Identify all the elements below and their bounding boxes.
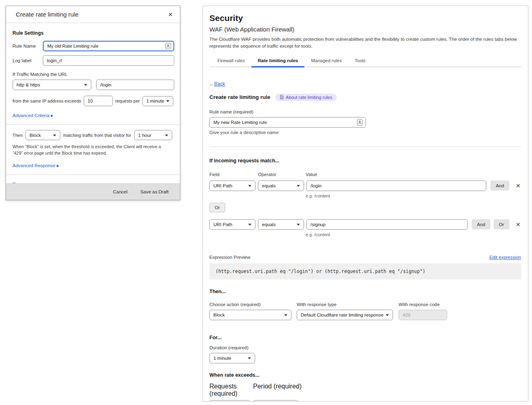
advanced-criteria-link[interactable]: Advanced Criteria▶ [13, 113, 53, 118]
chevron-down-icon [297, 185, 300, 187]
log-label-input[interactable] [43, 55, 174, 66]
period-label: Period (required) [253, 383, 302, 397]
page-subtitle: WAF (Web Application Firewall) [209, 26, 521, 33]
response-type-label: With response type [297, 302, 399, 307]
form-title: Create rate limiting rule [209, 94, 270, 100]
rule-name-label: Rule name (required) [209, 109, 521, 114]
advanced-response-link[interactable]: Advanced Response▶ [13, 163, 59, 168]
tab-managed-rules[interactable]: Managed rules [304, 57, 348, 67]
field-select[interactable]: URI Path [209, 219, 255, 230]
waf-tabs: Firewall rules Rate limiting rules Manag… [209, 57, 521, 67]
requests-label: Requests (required) [209, 383, 253, 397]
document-icon [280, 95, 284, 99]
threshold-requests-input[interactable] [84, 96, 113, 106]
value-label: Value [306, 172, 317, 177]
chevron-down-icon [165, 134, 168, 136]
block-duration-select[interactable]: 1 hour [134, 130, 172, 140]
rule-name-label: Rule Name [13, 44, 43, 48]
security-waf-panel: Security WAF (Web Application Firewall) … [203, 6, 528, 402]
chevron-down-icon [297, 224, 300, 226]
rate-heading: When rate exceeds... [209, 372, 521, 378]
field-label: Field [209, 172, 220, 177]
expression-preview-code: (http.request.uri.path eq "/login") or (… [209, 263, 521, 279]
expand-right-icon: ▶ [51, 114, 53, 118]
back-link[interactable]: ←Back [209, 81, 225, 87]
rule-name-input[interactable] [209, 117, 366, 128]
threshold-middle: requests per [115, 99, 140, 103]
url-input[interactable] [96, 80, 174, 90]
condition-row: URI Path equals And × [209, 180, 521, 191]
create-rate-limiting-rule-dialog: Create rate limiting rule × Rule Setting… [6, 6, 180, 200]
tab-firewall-rules[interactable]: Firewall rules [211, 57, 251, 67]
back-arrow-icon: ← [209, 81, 214, 87]
condition-row: URI Path equals And Or × [209, 219, 521, 230]
value-hint: e.g. /content [306, 232, 521, 237]
duration-select[interactable]: 1 minute [209, 353, 255, 363]
remove-condition-icon[interactable]: × [515, 182, 521, 189]
then-suffix: matching traffic from that visitor for [63, 133, 131, 138]
chevron-down-icon [84, 84, 87, 86]
page-title: Security [209, 13, 521, 23]
operator-select[interactable]: equals [258, 219, 304, 230]
dialog-footer: Cancel Save as Draft [6, 183, 180, 200]
autofill-icon [165, 43, 171, 49]
chevron-down-icon [248, 185, 251, 187]
threshold-prefix: from the same IP address exceeds [13, 99, 81, 103]
expand-right-icon: ▶ [57, 164, 59, 168]
close-icon[interactable]: × [167, 10, 173, 18]
chevron-down-icon [248, 224, 251, 226]
tab-tools[interactable]: Tools [348, 57, 372, 67]
operator-label: Operator [258, 172, 276, 177]
condition-column-labels: Field Operator Value [209, 172, 521, 178]
dialog-header: Create rate limiting rule × [6, 6, 180, 23]
chevron-down-icon [284, 314, 287, 316]
response-type-select[interactable]: Default Cloudflare rate limiting respons… [297, 310, 393, 320]
chevron-down-icon [248, 357, 251, 359]
match-heading: If incoming requests match... [209, 158, 521, 164]
chevron-down-icon [166, 100, 169, 102]
value-input[interactable] [306, 180, 486, 191]
choose-action-select[interactable]: Block [209, 310, 291, 320]
value-hint: e.g. /content [306, 193, 521, 198]
divider [6, 124, 180, 125]
value-input[interactable] [306, 219, 468, 230]
rule-name-help: Give your rule a descriptive name [209, 130, 521, 135]
dialog-body: Rule Settings Rule Name Log label If Tra… [6, 23, 180, 183]
rule-name-input[interactable] [43, 41, 174, 51]
expression-preview-label: Expression Preview [209, 255, 250, 260]
response-code-label: With response code [399, 302, 440, 307]
traffic-match-heading: If Traffic Matching the URL [13, 72, 174, 77]
edit-expression-link[interactable]: Edit expression [489, 255, 521, 260]
then-prefix: Then [13, 133, 23, 138]
period-select[interactable]: 1 minute [253, 400, 299, 402]
choose-action-label: Choose action (required) [209, 302, 297, 307]
about-rate-limiting-badge[interactable]: About rate limiting rules [275, 94, 337, 101]
and-button[interactable]: And [472, 219, 490, 229]
response-code-input [399, 310, 447, 320]
remove-condition-icon[interactable]: × [515, 220, 521, 228]
requests-input[interactable] [209, 400, 250, 402]
chevron-down-icon [386, 314, 389, 316]
chevron-down-icon [53, 134, 56, 136]
operator-select[interactable]: equals [258, 180, 304, 191]
for-heading: For... [209, 335, 521, 340]
then-heading: Then... [209, 289, 521, 294]
action-select[interactable]: Block [25, 130, 60, 140]
autofill-icon [357, 119, 363, 126]
divider [209, 147, 521, 147]
or-connector-button[interactable]: Or [209, 203, 225, 212]
save-as-draft-button[interactable]: Save as Draft [140, 189, 169, 194]
scheme-select[interactable]: http & https [13, 80, 91, 90]
block-note: When “Block” is set, when the threshold … [13, 144, 163, 156]
rule-settings-heading: Rule Settings [13, 30, 174, 36]
and-button[interactable]: And [490, 180, 509, 191]
threshold-period-select[interactable]: 1 minute [142, 96, 173, 106]
dialog-title: Create rate limiting rule [16, 11, 78, 18]
cancel-button[interactable]: Cancel [113, 189, 128, 194]
tab-rate-limiting-rules[interactable]: Rate limiting rules [251, 57, 305, 67]
or-button[interactable]: Or [494, 219, 509, 229]
page-description: The Cloudflare WAF provides both automat… [209, 36, 521, 50]
field-select[interactable]: URI Path [209, 180, 255, 191]
log-label-label: Log label [13, 58, 43, 63]
divider [6, 174, 180, 175]
